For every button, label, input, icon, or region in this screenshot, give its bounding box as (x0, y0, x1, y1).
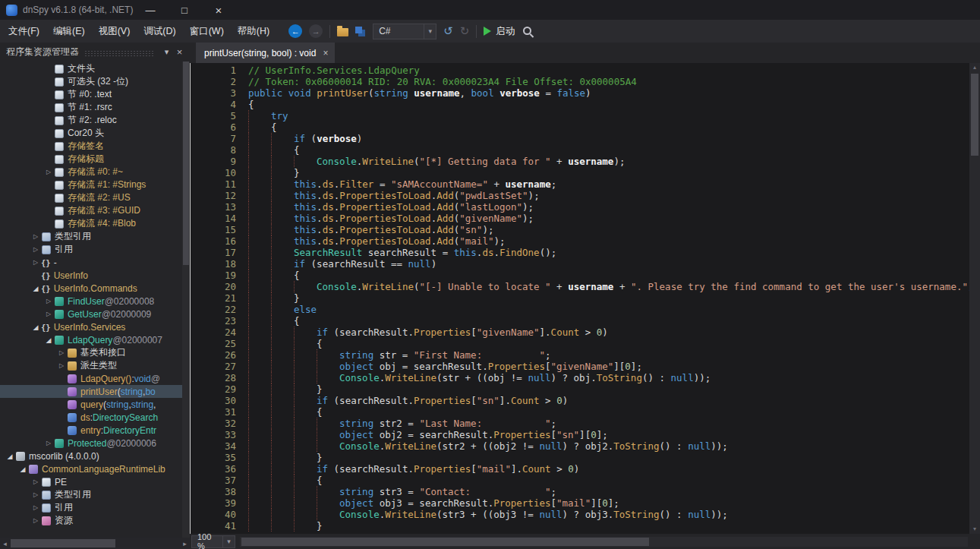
code-line[interactable]: 4{ (191, 99, 969, 110)
code-line[interactable]: 17SearchResult searchResult = this.ds.Fi… (191, 247, 969, 258)
code-line[interactable]: 33object obj2 = searchResult.Properties[… (191, 429, 969, 440)
tree-item[interactable]: ▷Protected @02000006 (0, 437, 182, 450)
scroll-left-icon[interactable]: ◂ (0, 540, 10, 547)
tree-item[interactable]: 存储流 #2: #US (0, 191, 182, 204)
language-select[interactable]: C# ▾ (373, 24, 436, 39)
expander-icon[interactable]: ◢ (5, 453, 15, 460)
code-line[interactable]: 6{ (191, 121, 969, 133)
tree-item[interactable]: ▷类型引用 (0, 488, 182, 501)
tree-item[interactable]: 文件头 (0, 62, 182, 75)
tree-item[interactable]: printUser(string, bo (0, 385, 182, 398)
tree-vertical-scrollbar[interactable] (182, 62, 190, 538)
tree-item[interactable]: ▷GetUser @02000009 (0, 308, 182, 320)
panel-close-icon[interactable]: × (173, 46, 186, 58)
scrollbar-thumb[interactable] (971, 74, 978, 156)
code-line[interactable]: 37{ (191, 475, 969, 486)
code-line[interactable]: 9Console.WriteLine("[*] Getting data for… (191, 156, 969, 167)
tree-item[interactable]: entry : DirectoryEntr (0, 424, 182, 437)
tree-item[interactable]: ◢CommonLanguageRuntimeLib (0, 462, 182, 475)
code-line[interactable]: 8{ (191, 144, 969, 156)
code-line[interactable]: 11this.ds.Filter = "sAMAccountName=" + u… (191, 178, 969, 190)
expander-icon[interactable]: ▷ (30, 233, 41, 240)
code-line[interactable]: 25{ (191, 338, 969, 349)
undo-icon[interactable]: ↺ (443, 24, 453, 38)
code-line[interactable]: 26string str = "First Name: "; (191, 349, 969, 361)
expander-icon[interactable]: ▷ (30, 246, 41, 253)
tree-item[interactable]: ▷引用 (0, 243, 182, 256)
code-line[interactable]: 29} (191, 383, 969, 395)
code-line[interactable]: 18if (searchResult == null) (191, 258, 969, 270)
expander-icon[interactable]: ▷ (56, 362, 67, 369)
tree-item[interactable]: ▷派生类型 (0, 359, 182, 372)
code-line[interactable]: 2// Token: 0x06000014 RID: 20 RVA: 0x000… (191, 76, 969, 87)
expander-icon[interactable]: ◢ (30, 285, 41, 292)
expander-icon[interactable]: ◢ (17, 465, 28, 473)
save-all-icon[interactable] (355, 27, 362, 33)
tree-item[interactable]: query(string, string, (0, 398, 182, 411)
scroll-up-icon[interactable]: ▴ (969, 63, 980, 72)
tree-item[interactable]: ▷基类和接口 (0, 346, 182, 359)
tree-item[interactable]: ▷PE (0, 475, 182, 488)
expander-icon[interactable]: ▷ (30, 504, 41, 511)
search-icon[interactable] (522, 25, 534, 38)
open-file-icon[interactable] (337, 28, 348, 36)
expander-icon[interactable]: ▷ (30, 517, 41, 524)
expander-icon[interactable]: ▷ (30, 491, 41, 498)
tree-item[interactable]: ds : DirectorySearch (0, 411, 182, 424)
code-line[interactable]: 36if (searchResult.Properties["mail"].Co… (191, 463, 969, 475)
code-line[interactable]: 38string str3 = "Contact: "; (191, 486, 969, 497)
code-line[interactable]: 21} (191, 292, 969, 304)
scrollbar-thumb[interactable] (183, 62, 189, 265)
tree-item[interactable]: ◢{}UserInfo.Services (0, 320, 182, 333)
code-line[interactable]: 14this.ds.PropertiesToLoad.Add("givenNam… (191, 213, 969, 224)
tree-item[interactable]: 存储流 #4: #Blob (0, 217, 182, 230)
tree-item[interactable]: 节 #0: .text (0, 88, 182, 101)
expander-icon[interactable]: ▷ (30, 478, 41, 485)
tree-item[interactable]: 存储签名 (0, 140, 182, 153)
code-line[interactable]: 35} (191, 452, 969, 463)
code-line[interactable]: 41} (191, 520, 969, 532)
code-line[interactable]: 7if (verbose) (191, 133, 969, 144)
expander-icon[interactable]: ▷ (43, 440, 54, 446)
expander-icon[interactable]: ▷ (43, 311, 54, 317)
expander-icon[interactable]: ◢ (30, 323, 41, 331)
navigate-forward-icon[interactable]: → (309, 24, 323, 38)
editor-vertical-scrollbar[interactable]: ▴ ▾ (969, 63, 980, 534)
tree-item[interactable]: ▷存储流 #0: #~ (0, 166, 182, 178)
code-line[interactable]: 22else (191, 304, 969, 315)
tree-item[interactable]: ▷资源 (0, 514, 182, 527)
menu-item[interactable]: 编辑(E) (46, 23, 92, 39)
tab-close-icon[interactable]: × (323, 48, 328, 58)
code-line[interactable]: 28Console.WriteLine(str + ((obj != null)… (191, 372, 969, 383)
code-line[interactable]: 15this.ds.PropertiesToLoad.Add("sn"); (191, 224, 969, 235)
scroll-right-icon[interactable]: ▸ (180, 540, 190, 547)
expander-icon[interactable]: ▷ (56, 349, 67, 356)
code-line[interactable]: 32string str2 = "Last Name: "; (191, 418, 969, 429)
code-line[interactable]: 19{ (191, 270, 969, 281)
start-debug-button[interactable]: 启动 (484, 25, 515, 38)
tree-item[interactable]: 存储流 #1: #Strings (0, 178, 182, 191)
tree-item[interactable]: LdapQuery() : void @ (0, 372, 182, 385)
code-line[interactable]: 23{ (191, 315, 969, 327)
tree-item[interactable]: ◢{}UserInfo.Commands (0, 282, 182, 295)
expander-icon[interactable]: ▷ (30, 259, 41, 266)
tab-printuser[interactable]: printUser(string, bool) : void × (196, 43, 335, 63)
code-line[interactable]: 5try (191, 110, 969, 121)
code-line[interactable]: 3public void printUser(string username, … (191, 87, 969, 99)
code-line[interactable]: 20Console.WriteLine("[-] Unable to locat… (191, 281, 969, 292)
code-line[interactable]: 13this.ds.PropertiesToLoad.Add("lastLogo… (191, 201, 969, 213)
expander-icon[interactable]: ◢ (43, 336, 54, 344)
code-editor[interactable]: 1// UserInfo.Services.LdapQuery2// Token… (190, 63, 969, 534)
code-line[interactable]: 27object obj = searchResult.Properties["… (191, 361, 969, 372)
tree-horizontal-scrollbar[interactable]: ◂ ▸ (0, 538, 190, 549)
redo-icon[interactable]: ↻ (460, 24, 470, 38)
code-line[interactable]: 34Console.WriteLine(str2 + ((obj2 != nul… (191, 440, 969, 452)
tree-item[interactable]: {}UserInfo (0, 269, 182, 282)
code-line[interactable]: 24if (searchResult.Properties["givenName… (191, 327, 969, 338)
code-line[interactable]: 1// UserInfo.Services.LdapQuery (191, 65, 969, 76)
menu-item[interactable]: 文件(F) (2, 23, 46, 39)
code-line[interactable]: 40Console.WriteLine(str3 + ((obj3 != nul… (191, 509, 969, 520)
tree-item[interactable]: ▷{}- (0, 256, 182, 269)
minimize-button[interactable]: — (133, 0, 167, 20)
code-line[interactable]: 10} (191, 167, 969, 178)
